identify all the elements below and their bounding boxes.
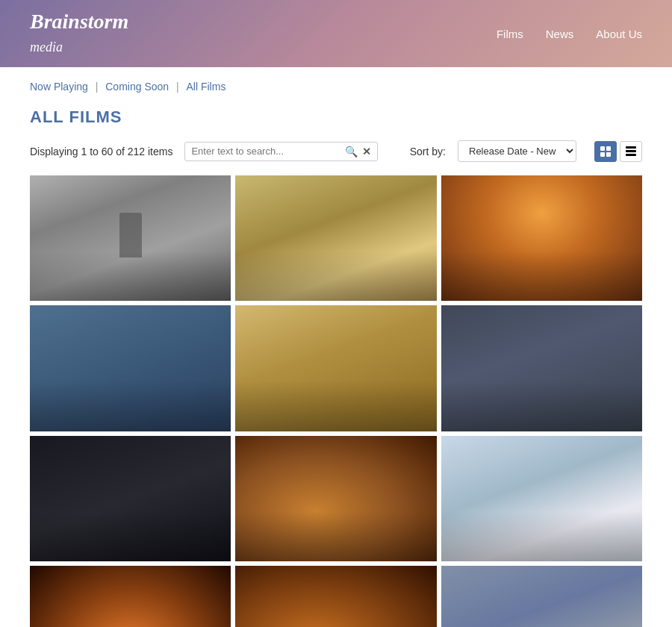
sort-select[interactable]: Release Date - New Release Date - Old Ti… bbox=[458, 140, 576, 162]
page-title: ALL FILMS bbox=[0, 100, 672, 140]
nav-films[interactable]: Films bbox=[497, 28, 523, 40]
grid-view-button[interactable] bbox=[594, 141, 617, 162]
clear-icon[interactable]: ✕ bbox=[362, 146, 371, 157]
breadcrumb-sep-1: | bbox=[96, 81, 102, 93]
list-view-button[interactable] bbox=[620, 141, 642, 162]
breadcrumb-all-films[interactable]: All Films bbox=[187, 81, 226, 93]
search-wrapper: 🔍 ✕ bbox=[184, 142, 378, 161]
site-header: Brainstormmedia Films News About Us bbox=[0, 0, 672, 67]
display-count: Displaying 1 to 60 of 212 items bbox=[30, 146, 172, 157]
site-logo: Brainstormmedia bbox=[30, 10, 128, 57]
film-card[interactable] bbox=[441, 436, 642, 561]
film-card[interactable] bbox=[30, 566, 231, 627]
search-input[interactable] bbox=[191, 146, 340, 157]
film-card[interactable] bbox=[235, 566, 436, 627]
sort-label: Sort by: bbox=[410, 146, 446, 157]
search-icon[interactable]: 🔍 bbox=[345, 146, 358, 157]
controls-bar: Displaying 1 to 60 of 212 items 🔍 ✕ Sort… bbox=[0, 140, 672, 175]
breadcrumb-coming-soon[interactable]: Coming Soon bbox=[105, 81, 169, 93]
film-card[interactable] bbox=[441, 566, 642, 627]
breadcrumb-sep-2: | bbox=[176, 81, 182, 93]
grid-icon bbox=[600, 146, 611, 157]
main-nav: Films News About Us bbox=[497, 28, 642, 40]
list-icon bbox=[626, 146, 636, 156]
film-grid bbox=[0, 175, 672, 627]
film-card[interactable] bbox=[235, 305, 436, 431]
nav-about[interactable]: About Us bbox=[596, 28, 642, 40]
film-card[interactable] bbox=[235, 175, 436, 301]
breadcrumb-now-playing[interactable]: Now Playing bbox=[30, 81, 88, 93]
film-card[interactable] bbox=[441, 175, 642, 301]
film-card[interactable] bbox=[30, 436, 231, 561]
film-card[interactable] bbox=[441, 305, 642, 431]
nav-news[interactable]: News bbox=[546, 28, 574, 40]
breadcrumb: Now Playing | Coming Soon | All Films bbox=[0, 67, 672, 100]
film-card[interactable] bbox=[235, 436, 436, 561]
film-card[interactable] bbox=[30, 175, 231, 301]
view-icons bbox=[594, 141, 642, 162]
film-card[interactable] bbox=[30, 305, 231, 431]
